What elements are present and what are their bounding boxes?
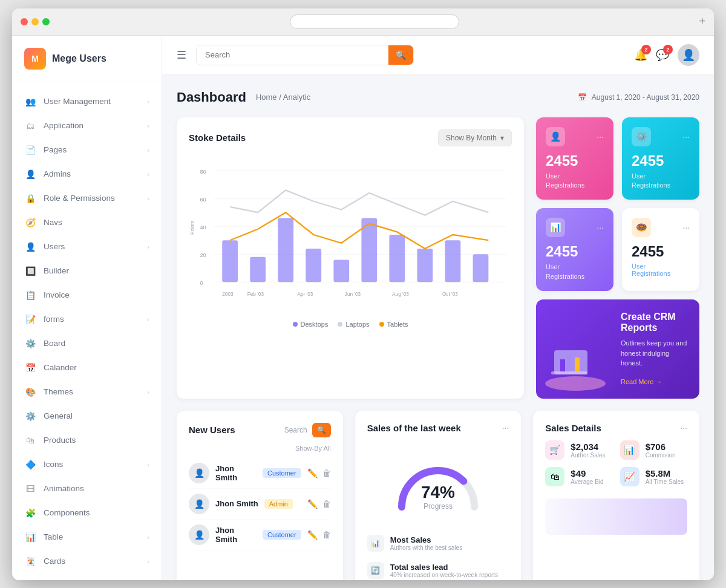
user-avatar-1: 👤	[189, 463, 209, 483]
products-icon: 🛍	[24, 434, 36, 446]
user-actions-3: ✏️ 🗑	[307, 530, 331, 540]
maximize-dot[interactable]	[42, 18, 50, 25]
commission-amount: $706	[646, 442, 676, 452]
calander-label: Calander	[44, 363, 149, 372]
breadcrumb-home[interactable]: Home	[256, 93, 277, 102]
sidebar-item-products[interactable]: 🛍 Products	[12, 428, 162, 452]
desktops-color	[293, 322, 298, 327]
cards-label: Cards	[44, 557, 147, 566]
stat-more-1[interactable]: ···	[597, 132, 604, 142]
navs-label: Navs	[44, 218, 149, 227]
bottom-grid: New Users Search 🔍 Show-By All 👤	[177, 411, 699, 580]
user-list-item-3: 👤 Jhon Smith Customer ✏️ 🗑	[189, 520, 331, 550]
stat-card-registrations-2: ⚙️ ··· 2455 UserRegistrations	[622, 117, 699, 200]
chevron-icon: ›	[147, 243, 149, 250]
sidebar-item-calander[interactable]: 📅 Calander	[12, 356, 162, 380]
logo-text: Mege Users	[52, 53, 106, 64]
user-management-icon: 👥	[24, 96, 36, 108]
new-tab-button[interactable]: +	[699, 15, 705, 28]
show-by-button[interactable]: Show By Month ▾	[438, 129, 512, 146]
show-all-button[interactable]: Show-By All	[189, 445, 331, 452]
alltime-sales-icon: 📈	[620, 467, 639, 486]
stat-label-3: UserRegistrations	[546, 263, 604, 281]
sidebar-item-general[interactable]: ⚙️ General	[12, 404, 162, 428]
total-sales-info: Total sales lead 40% increased on week-t…	[390, 563, 498, 578]
hamburger-icon[interactable]: ☰	[177, 48, 186, 62]
delete-icon-2[interactable]: 🗑	[322, 499, 331, 509]
close-dot[interactable]	[21, 18, 28, 25]
crm-read-more-link[interactable]: Read More →	[621, 378, 662, 385]
avg-bid-info: $49 Average Bid	[571, 468, 603, 485]
minimize-dot[interactable]	[31, 18, 39, 25]
pages-label: Pages	[44, 145, 147, 154]
sidebar-item-invoice[interactable]: 📋 Invoice	[12, 283, 162, 307]
browser-chrome: demo.dashboardpack.com +	[12, 8, 714, 36]
stat-icon-4: 🍩	[632, 218, 651, 237]
svg-rect-17	[389, 235, 405, 282]
sales-details-more[interactable]: ···	[680, 423, 687, 433]
stat-label-2: UserRegistrations	[632, 172, 690, 191]
svg-text:0: 0	[200, 279, 203, 286]
alltime-sales-info: $5.8M All Time Sales	[646, 468, 684, 485]
sidebar-item-navs[interactable]: 🧭 Navs	[12, 211, 162, 235]
sales-week-more[interactable]: ···	[502, 423, 509, 433]
edit-icon-2[interactable]: ✏️	[307, 499, 318, 509]
stat-more-4[interactable]: ···	[682, 223, 690, 232]
sidebar-item-board[interactable]: ⚙️ Board	[12, 332, 162, 356]
sales-detail-bid: 🛍 $49 Average Bid	[545, 467, 612, 486]
sidebar-item-animations[interactable]: 🎞 Animations	[12, 477, 162, 501]
url-input[interactable]: demo.dashboardpack.com	[290, 15, 459, 29]
delete-icon-1[interactable]: 🗑	[322, 468, 331, 478]
sidebar-item-application[interactable]: 🗂 Application ›	[12, 114, 162, 138]
logo-icon: M	[24, 48, 46, 70]
sidebar-item-icons[interactable]: 🔷 Icons ›	[12, 452, 162, 477]
sidebar-item-table[interactable]: 📊 Table ›	[12, 525, 162, 549]
breadcrumb: Home / Analytic	[256, 93, 310, 102]
most-sales-icon: 📊	[367, 535, 384, 552]
message-button[interactable]: 💬 2	[656, 48, 669, 62]
search-input[interactable]	[197, 45, 388, 64]
stat-more-2[interactable]: ···	[682, 132, 690, 142]
browser-window: demo.dashboardpack.com + M Mege Users 👥 …	[12, 8, 714, 580]
sales-details-card: Sales Details ··· 🛒 $2,034 Author Sales	[533, 411, 699, 580]
sidebar-item-forms[interactable]: 📝 forms ›	[12, 307, 162, 332]
author-sales-label: Author Sales	[571, 452, 605, 459]
search-button[interactable]: 🔍	[388, 45, 413, 65]
notification-badge: 2	[641, 45, 651, 54]
themes-label: Themes	[44, 387, 147, 396]
notification-button[interactable]: 🔔 2	[634, 48, 647, 62]
sales-sub-item-1: 📊 Most Sales Authors with the best sales	[367, 530, 509, 557]
user-role-3: Customer	[263, 530, 301, 540]
user-role-2: Admin	[264, 499, 293, 509]
delete-icon-3[interactable]: 🗑	[322, 530, 331, 540]
most-sales-title: Most Sales	[390, 535, 463, 544]
total-sales-icon: 🔄	[367, 562, 384, 579]
sidebar-item-user-management[interactable]: 👥 User Management ›	[12, 90, 162, 114]
commission-icon: 📊	[620, 440, 639, 460]
forms-icon: 📝	[24, 313, 36, 325]
cards-icon: 🃏	[24, 555, 36, 567]
builder-label: Builder	[44, 266, 149, 275]
user-info-3: Jhon Smith	[215, 526, 257, 544]
date-range: 📅 August 1, 2020 - August 31, 2020	[578, 93, 699, 102]
sidebar-item-components[interactable]: 🧩 Components	[12, 501, 162, 525]
stat-more-3[interactable]: ···	[597, 223, 604, 232]
new-users-search-button[interactable]: 🔍	[312, 423, 331, 437]
themes-icon: 🎨	[24, 386, 36, 398]
sidebar-item-admins[interactable]: 👤 Admins ›	[12, 162, 162, 186]
sidebar-item-role-permissions[interactable]: 🔒 Role & Permissions ›	[12, 186, 162, 211]
sidebar-item-charts[interactable]: 📈 Charts ›	[12, 573, 162, 580]
sidebar-item-users[interactable]: 👤 Users ›	[12, 235, 162, 259]
svg-rect-19	[445, 240, 461, 282]
builder-icon: 🔲	[24, 265, 36, 277]
sidebar-item-builder[interactable]: 🔲 Builder	[12, 259, 162, 283]
sidebar-item-cards[interactable]: 🃏 Cards ›	[12, 549, 162, 573]
charts-icon: 📈	[24, 580, 36, 580]
avatar[interactable]: 👤	[678, 44, 699, 66]
icons-icon: 🔷	[24, 459, 36, 471]
sidebar-item-themes[interactable]: 🎨 Themes ›	[12, 380, 162, 404]
edit-icon-1[interactable]: ✏️	[307, 468, 318, 478]
sidebar-item-pages[interactable]: 📄 Pages ›	[12, 138, 162, 162]
edit-icon-3[interactable]: ✏️	[307, 530, 318, 540]
stat-card-header-4: 🍩 ···	[632, 218, 690, 237]
